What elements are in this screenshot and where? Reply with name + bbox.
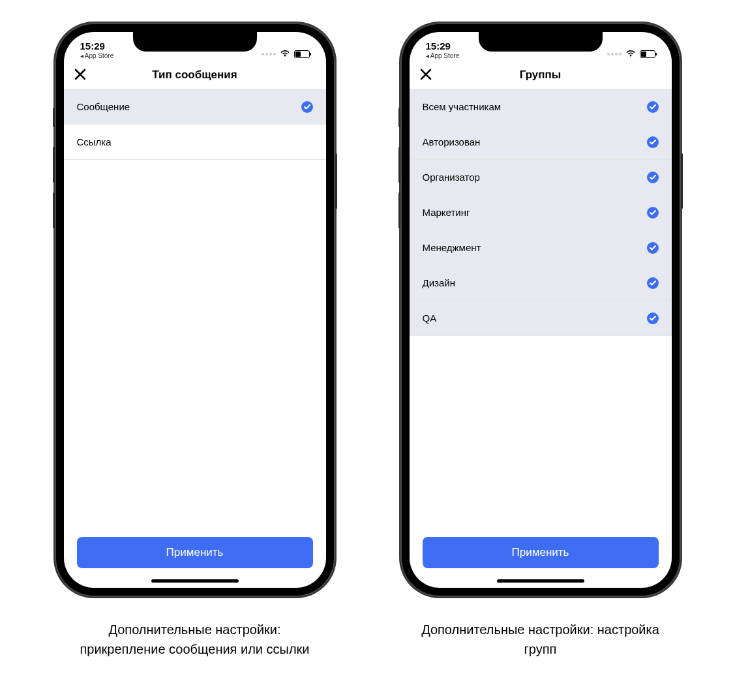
page-title: Тип сообщения bbox=[152, 68, 237, 82]
nav-header: Тип сообщения bbox=[64, 61, 326, 89]
volume-down bbox=[53, 192, 55, 228]
power-button bbox=[681, 153, 683, 209]
list-item-label: Сообщение bbox=[77, 101, 130, 112]
wifi-icon bbox=[280, 48, 290, 59]
content-list: СообщениеСсылка bbox=[64, 89, 326, 537]
check-icon bbox=[647, 101, 659, 113]
cellular-signal-icon bbox=[262, 53, 276, 55]
check-icon bbox=[301, 101, 313, 113]
volume-down bbox=[398, 192, 400, 228]
phone-frame-1: 15:29 ◂ App Store bbox=[55, 23, 335, 597]
list-item[interactable]: Менеджмент bbox=[410, 230, 672, 266]
content-list: Всем участникамАвторизованОрганизаторМар… bbox=[410, 89, 672, 537]
home-indicator[interactable] bbox=[151, 579, 239, 583]
list-item[interactable]: Организатор bbox=[410, 160, 672, 195]
list-item[interactable]: Авторизован bbox=[410, 125, 672, 160]
apply-button[interactable]: Применить bbox=[423, 537, 659, 568]
list-item-label: Всем участникам bbox=[423, 101, 502, 112]
phone-1-wrapper: 15:29 ◂ App Store bbox=[55, 23, 335, 659]
power-button bbox=[335, 153, 337, 209]
list-item-label: Организатор bbox=[423, 172, 480, 183]
status-time: 15:29 bbox=[80, 40, 105, 52]
list-item-label: QA bbox=[423, 312, 437, 324]
nav-header: Группы bbox=[410, 61, 672, 89]
check-icon bbox=[647, 136, 659, 148]
volume-up bbox=[398, 147, 400, 183]
phone-screen-1: 15:29 ◂ App Store bbox=[64, 32, 326, 588]
caption-1: Дополнительные настройки: прикрепление с… bbox=[65, 620, 325, 659]
check-icon bbox=[647, 312, 659, 324]
mute-switch bbox=[53, 108, 55, 127]
cellular-signal-icon bbox=[607, 53, 622, 55]
list-item[interactable]: Сообщение bbox=[64, 89, 326, 125]
list-item[interactable]: Ссылка bbox=[64, 125, 326, 160]
close-icon[interactable] bbox=[420, 67, 432, 83]
list-item[interactable]: Маркетинг bbox=[410, 195, 672, 230]
notch bbox=[133, 32, 257, 52]
phone-screen-2: 15:29 ◂ App Store bbox=[410, 32, 672, 588]
notch bbox=[479, 32, 603, 52]
list-item[interactable]: Всем участникам bbox=[410, 89, 672, 125]
close-icon[interactable] bbox=[74, 67, 86, 83]
back-to-app[interactable]: ◂ App Store bbox=[426, 52, 460, 59]
apply-button[interactable]: Применить bbox=[77, 537, 313, 568]
check-icon bbox=[647, 207, 659, 219]
list-item-label: Ссылка bbox=[77, 136, 112, 147]
list-item[interactable]: QA bbox=[410, 301, 672, 336]
back-to-app[interactable]: ◂ App Store bbox=[80, 52, 114, 59]
phone-frame-2: 15:29 ◂ App Store bbox=[400, 23, 681, 597]
mute-switch bbox=[398, 108, 400, 127]
status-time: 15:29 bbox=[426, 40, 451, 52]
check-icon bbox=[647, 242, 659, 254]
list-item-label: Дизайн bbox=[423, 277, 455, 288]
list-item-label: Менеджмент bbox=[423, 242, 481, 253]
phone-2-wrapper: 15:29 ◂ App Store bbox=[400, 23, 681, 659]
home-indicator[interactable] bbox=[497, 579, 584, 583]
list-item-label: Маркетинг bbox=[423, 207, 470, 218]
page-title: Группы bbox=[520, 68, 562, 82]
wifi-icon bbox=[625, 48, 636, 59]
volume-up bbox=[53, 147, 55, 183]
list-item-label: Авторизован bbox=[423, 136, 481, 147]
battery-icon bbox=[640, 50, 655, 58]
list-item[interactable]: Дизайн bbox=[410, 266, 672, 301]
battery-icon bbox=[294, 50, 310, 58]
caption-2: Дополнительные настройки: настройка груп… bbox=[410, 620, 671, 659]
check-icon bbox=[647, 172, 659, 183]
check-icon bbox=[647, 277, 659, 289]
